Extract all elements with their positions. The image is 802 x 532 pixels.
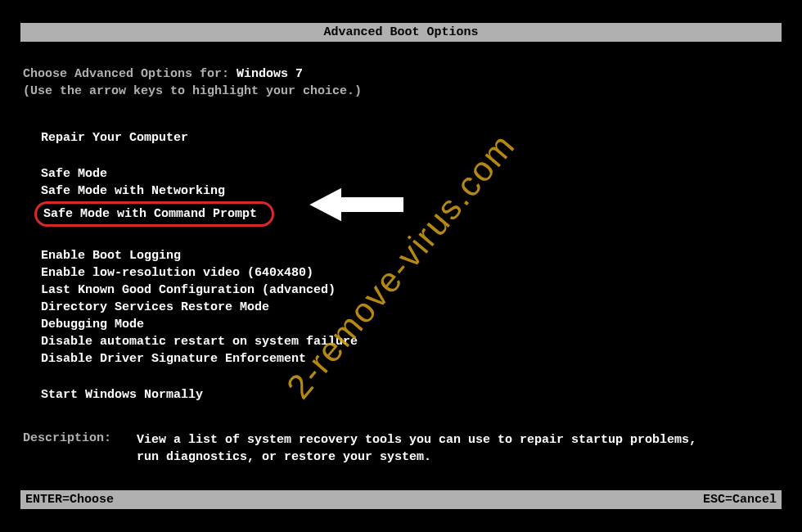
description-text: View a list of system recovery tools you… [137,431,710,466]
option-last-known-good[interactable]: Last Known Good Configuration (advanced) [41,282,779,299]
prompt-prefix: Choose Advanced Options for: [23,67,237,81]
prompt-line: Choose Advanced Options for: Windows 7 [23,67,779,81]
option-low-res-video[interactable]: Enable low-resolution video (640x480) [41,264,779,282]
description-label: Description: [23,431,129,445]
os-name: Windows 7 [237,67,303,81]
content-area: Choose Advanced Options for: Windows 7 (… [23,67,779,404]
option-repair[interactable]: Repair Your Computer [41,129,779,147]
options-list: Repair Your Computer Safe Mode Safe Mode… [41,129,779,404]
footer-enter: ENTER=Choose [25,493,114,507]
description-block: Description: View a list of system recov… [23,431,710,466]
option-safe-mode[interactable]: Safe Mode [41,165,779,183]
option-boot-logging[interactable]: Enable Boot Logging [41,247,779,264]
title-bar: Advanced Boot Options [20,23,782,42]
footer-bar: ENTER=Choose ESC=Cancel [20,490,782,509]
page-title: Advanced Boot Options [323,25,478,39]
option-safe-mode-command-prompt-highlighted[interactable]: Safe Mode with Command Prompt [34,201,274,227]
option-safe-mode-command-prompt: Safe Mode with Command Prompt [43,207,257,221]
option-safe-mode-networking[interactable]: Safe Mode with Networking [41,183,779,200]
option-ds-restore[interactable]: Directory Services Restore Mode [41,299,779,316]
option-disable-auto-restart[interactable]: Disable automatic restart on system fail… [41,333,779,350]
option-start-normally[interactable]: Start Windows Normally [41,386,779,404]
hint-line: (Use the arrow keys to highlight your ch… [23,84,779,98]
option-disable-driver-sig[interactable]: Disable Driver Signature Enforcement [41,350,779,367]
footer-esc: ESC=Cancel [703,493,777,507]
option-debugging[interactable]: Debugging Mode [41,316,779,333]
